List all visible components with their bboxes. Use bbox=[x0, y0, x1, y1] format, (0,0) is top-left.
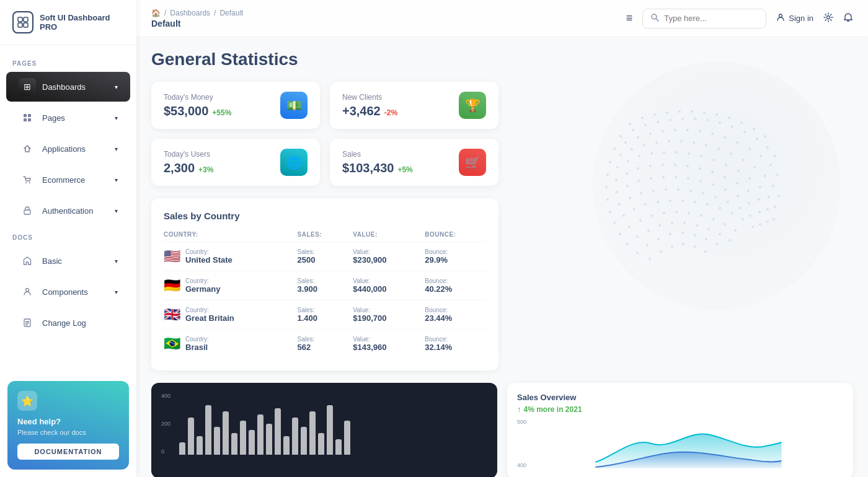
sales-trend-icon: ↑ bbox=[517, 405, 521, 414]
svg-rect-10 bbox=[24, 210, 30, 214]
svg-point-106 bbox=[606, 198, 609, 201]
svg-point-67 bbox=[717, 147, 720, 150]
signin-button[interactable]: Sign in bbox=[776, 13, 813, 24]
svg-point-101 bbox=[736, 182, 738, 185]
svg-point-64 bbox=[680, 140, 683, 142]
basic-icon bbox=[19, 252, 36, 269]
col-header-0: Country: bbox=[164, 231, 291, 242]
svg-point-49 bbox=[686, 129, 689, 131]
country-flag-0: 🇺🇸 bbox=[164, 248, 180, 265]
sidebar-item-label-basic: Basic bbox=[42, 256, 62, 266]
svg-point-134 bbox=[759, 223, 761, 225]
svg-point-148 bbox=[619, 233, 621, 235]
notification-icon[interactable] bbox=[843, 12, 853, 25]
svg-point-56 bbox=[769, 164, 772, 166]
svg-point-162 bbox=[658, 224, 661, 227]
sales-country-title: Sales by Country bbox=[164, 211, 486, 221]
svg-point-163 bbox=[671, 222, 673, 224]
svg-point-19 bbox=[653, 113, 656, 116]
svg-point-109 bbox=[637, 180, 640, 182]
menu-icon[interactable]: ≡ bbox=[626, 12, 633, 25]
svg-point-166 bbox=[707, 228, 710, 230]
help-star-icon: ⭐ bbox=[17, 391, 37, 411]
svg-rect-0 bbox=[18, 17, 22, 22]
stat-label-2: Today's Users bbox=[164, 150, 280, 159]
sales-cell-3: Sales: 562 bbox=[291, 330, 347, 359]
bar-18 bbox=[335, 439, 342, 455]
svg-point-66 bbox=[705, 144, 707, 146]
sidebar-logo: Soft UI Dashboard PRO bbox=[0, 0, 136, 45]
charts-row: 4002000 Sales Overview ↑ 4% more in 2021… bbox=[151, 383, 853, 477]
country-name-0: United State bbox=[185, 255, 232, 265]
svg-point-52 bbox=[724, 136, 726, 139]
svg-point-131 bbox=[727, 201, 729, 203]
sales-y-labels: 500400 bbox=[517, 419, 526, 468]
stat-value-3: $103,430 bbox=[342, 161, 394, 175]
svg-point-96 bbox=[674, 164, 676, 166]
sidebar-item-changelog[interactable]: Change Log bbox=[6, 308, 130, 338]
country-label-2: Country: bbox=[185, 307, 234, 313]
stat-label-0: Today's Money bbox=[164, 93, 280, 102]
bar-0 bbox=[179, 442, 185, 455]
svg-point-149 bbox=[628, 225, 631, 228]
country-label-1: Country: bbox=[185, 278, 220, 284]
sidebar-item-components[interactable]: Components ▾ bbox=[6, 277, 130, 307]
svg-point-53 bbox=[736, 141, 738, 144]
country-row-1: 🇩🇪 Country: Germany Sales: 3.900 Value: … bbox=[164, 271, 486, 300]
svg-point-117 bbox=[737, 195, 739, 197]
svg-point-125 bbox=[652, 190, 655, 192]
svg-point-8 bbox=[25, 182, 27, 183]
search-box[interactable] bbox=[642, 9, 766, 28]
svg-point-83 bbox=[712, 159, 715, 161]
content-area: General Statistics bbox=[136, 37, 868, 477]
svg-point-135 bbox=[613, 222, 616, 224]
svg-point-32 bbox=[657, 121, 659, 123]
svg-point-88 bbox=[768, 196, 770, 198]
home-icon: 🏠 bbox=[151, 9, 161, 17]
documentation-button[interactable]: DOCUMENTATION bbox=[17, 444, 119, 460]
svg-point-75 bbox=[616, 166, 619, 168]
col-header-3: Bounce: bbox=[418, 231, 486, 242]
svg-point-174 bbox=[694, 234, 696, 237]
svg-rect-2 bbox=[18, 23, 22, 27]
svg-point-120 bbox=[766, 221, 769, 223]
svg-point-139 bbox=[657, 201, 659, 203]
settings-icon[interactable] bbox=[823, 12, 833, 25]
svg-point-60 bbox=[631, 148, 633, 151]
sidebar-item-label-applications: Applications bbox=[42, 144, 86, 154]
sidebar-item-dashboards[interactable]: ⊞ Dashboards ▾ bbox=[6, 72, 130, 102]
svg-point-153 bbox=[675, 211, 678, 213]
bar-chart bbox=[179, 393, 350, 455]
app-name: Soft UI Dashboard PRO bbox=[40, 13, 124, 32]
svg-point-73 bbox=[777, 195, 780, 197]
svg-rect-4 bbox=[24, 114, 27, 117]
svg-point-112 bbox=[675, 176, 677, 178]
svg-point-164 bbox=[683, 222, 686, 224]
stat-change-2: +3% bbox=[198, 165, 213, 174]
bar-15 bbox=[309, 411, 316, 455]
bounce-cell-2: Bounce: 23.44% bbox=[418, 300, 486, 330]
svg-point-45 bbox=[637, 136, 639, 139]
svg-point-92 bbox=[626, 172, 628, 175]
svg-point-121 bbox=[609, 211, 611, 213]
bar-1 bbox=[188, 418, 194, 455]
search-input[interactable] bbox=[664, 14, 758, 23]
value-cell-3: Value: $143,960 bbox=[347, 330, 418, 359]
svg-point-93 bbox=[637, 167, 639, 170]
main-area: 🏠 / Dashboards / Default Default ≡ bbox=[136, 0, 868, 477]
sidebar-item-pages[interactable]: Pages ▾ bbox=[6, 103, 130, 133]
section-label-pages: PAGES bbox=[0, 53, 136, 71]
stat-info-1: New Clients +3,462 -2% bbox=[342, 93, 459, 118]
svg-point-48 bbox=[674, 129, 676, 131]
svg-point-29 bbox=[619, 135, 622, 138]
sidebar-item-ecommerce[interactable]: Ecommerce ▾ bbox=[6, 165, 130, 195]
svg-point-176 bbox=[715, 243, 718, 245]
sidebar-item-basic[interactable]: Basic ▾ bbox=[6, 246, 130, 276]
svg-point-108 bbox=[626, 185, 629, 187]
bar-6 bbox=[231, 433, 237, 455]
sidebar-item-applications[interactable]: Applications ▾ bbox=[6, 134, 130, 164]
sidebar-item-authentication[interactable]: Authentication ▾ bbox=[6, 196, 130, 225]
svg-point-154 bbox=[688, 212, 690, 214]
svg-point-26 bbox=[740, 121, 743, 124]
svg-point-111 bbox=[662, 176, 665, 178]
